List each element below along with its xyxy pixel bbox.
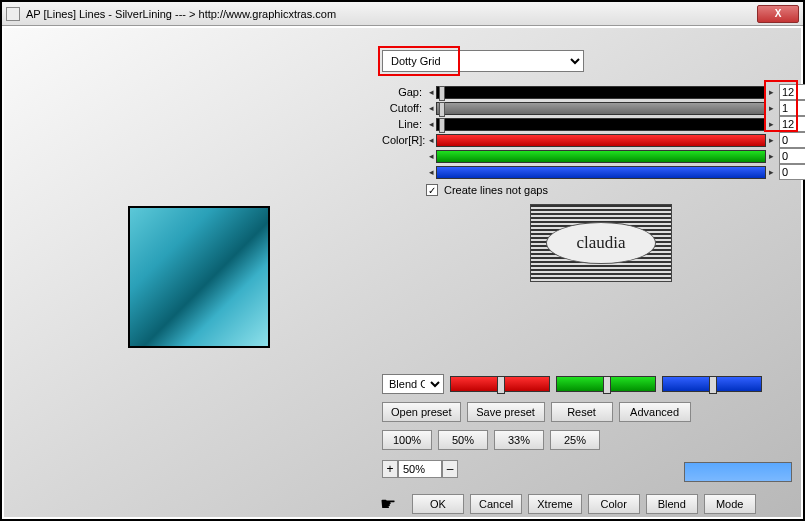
blend-row: Blend Opti <box>382 374 762 394</box>
slider-dec-icon[interactable]: ◂ <box>426 167 436 177</box>
checkbox-row: ✓ Create lines not gaps <box>426 184 548 196</box>
slider-thumb[interactable] <box>603 376 611 394</box>
workspace: Dotty Grid Gap: ◂ ▸ Cutoff: ◂ ▸ Line: ◂ … <box>4 28 801 517</box>
slider-dec-icon[interactable]: ◂ <box>426 119 436 129</box>
slider-value-color-g[interactable] <box>779 148 805 164</box>
slider-label-color-r: Color[R]: <box>382 134 426 146</box>
slider-row-color-r: Color[R]: ◂ ▸ <box>382 132 805 148</box>
slider-inc-icon[interactable]: ▸ <box>766 167 776 177</box>
rgb-slider-b[interactable] <box>662 376 762 392</box>
save-preset-button[interactable]: Save preset <box>467 402 545 422</box>
slider-thumb[interactable] <box>439 118 445 133</box>
slider-thumb[interactable] <box>497 376 505 394</box>
zoom-33-button[interactable]: 33% <box>494 430 544 450</box>
rgb-slider-g[interactable] <box>556 376 656 392</box>
rgb-slider-r[interactable] <box>450 376 550 392</box>
slider-row-line: Line: ◂ ▸ <box>382 116 805 132</box>
slider-thumb[interactable] <box>439 86 445 101</box>
zoom-plus-button[interactable]: + <box>382 460 398 478</box>
percent-row: 100% 50% 33% 25% <box>382 430 600 450</box>
slider-inc-icon[interactable]: ▸ <box>766 119 776 129</box>
mode-button[interactable]: Mode <box>704 494 756 514</box>
color-swatch[interactable] <box>684 462 792 482</box>
color-button[interactable]: Color <box>588 494 640 514</box>
slider-inc-icon[interactable]: ▸ <box>766 151 776 161</box>
reset-button[interactable]: Reset <box>551 402 613 422</box>
bottom-row: OK Cancel Xtreme Color Blend Mode <box>412 494 756 514</box>
slider-track-cutoff[interactable] <box>436 102 766 115</box>
slider-track-color-r[interactable] <box>436 134 766 147</box>
slider-value-line[interactable] <box>779 116 805 132</box>
window-title: AP [Lines] Lines - SilverLining --- > ht… <box>26 8 757 20</box>
slider-dec-icon[interactable]: ◂ <box>426 87 436 97</box>
slider-value-color-b[interactable] <box>779 164 805 180</box>
slider-row-gap: Gap: ◂ ▸ <box>382 84 805 100</box>
slider-track-color-g[interactable] <box>436 150 766 163</box>
slider-value-cutoff[interactable] <box>779 100 805 116</box>
slider-label-gap: Gap: <box>382 86 426 98</box>
slider-inc-icon[interactable]: ▸ <box>766 135 776 145</box>
open-preset-button[interactable]: Open preset <box>382 402 461 422</box>
slider-dec-icon[interactable]: ◂ <box>426 151 436 161</box>
blend-mode-dropdown[interactable]: Blend Opti <box>382 374 444 394</box>
slider-track-gap[interactable] <box>436 86 766 99</box>
slider-label-cutoff: Cutoff: <box>382 102 426 114</box>
slider-track-line[interactable] <box>436 118 766 131</box>
xtreme-button[interactable]: Xtreme <box>528 494 581 514</box>
logo-text: claudia <box>546 222 656 264</box>
advanced-button[interactable]: Advanced <box>619 402 691 422</box>
logo-panel: claudia <box>530 204 672 282</box>
titlebar: AP [Lines] Lines - SilverLining --- > ht… <box>2 2 803 26</box>
zoom-row: + 50% – <box>382 460 458 478</box>
zoom-minus-button[interactable]: – <box>442 460 458 478</box>
preset-row: Open preset Save preset Reset Advanced <box>382 402 691 422</box>
slider-inc-icon[interactable]: ▸ <box>766 103 776 113</box>
zoom-25-button[interactable]: 25% <box>550 430 600 450</box>
pattern-dropdown[interactable]: Dotty Grid <box>382 50 584 72</box>
slider-thumb[interactable] <box>439 102 445 117</box>
slider-value-color-r[interactable] <box>779 132 805 148</box>
slider-row-cutoff: Cutoff: ◂ ▸ <box>382 100 805 116</box>
app-icon <box>6 7 20 21</box>
slider-inc-icon[interactable]: ▸ <box>766 87 776 97</box>
slider-row-color-b: ◂ ▸ <box>382 164 805 180</box>
zoom-control: + 50% – <box>382 460 458 478</box>
slider-track-color-b[interactable] <box>436 166 766 179</box>
slider-label-line: Line: <box>382 118 426 130</box>
zoom-100-button[interactable]: 100% <box>382 430 432 450</box>
pattern-dropdown-wrap: Dotty Grid <box>382 50 584 72</box>
slider-dec-icon[interactable]: ◂ <box>426 135 436 145</box>
create-lines-checkbox[interactable]: ✓ <box>426 184 438 196</box>
close-button[interactable]: X <box>757 5 799 23</box>
slider-dec-icon[interactable]: ◂ <box>426 103 436 113</box>
zoom-50-button[interactable]: 50% <box>438 430 488 450</box>
checkbox-label: Create lines not gaps <box>444 184 548 196</box>
blend-button[interactable]: Blend <box>646 494 698 514</box>
window-frame: AP [Lines] Lines - SilverLining --- > ht… <box>0 0 805 521</box>
slider-value-gap[interactable] <box>779 84 805 100</box>
zoom-value[interactable]: 50% <box>398 460 442 478</box>
preview-image <box>128 206 270 348</box>
pointer-hand-icon: ☛ <box>380 494 410 514</box>
slider-thumb[interactable] <box>709 376 717 394</box>
slider-row-color-g: ◂ ▸ <box>382 148 805 164</box>
cancel-button[interactable]: Cancel <box>470 494 522 514</box>
ok-button[interactable]: OK <box>412 494 464 514</box>
